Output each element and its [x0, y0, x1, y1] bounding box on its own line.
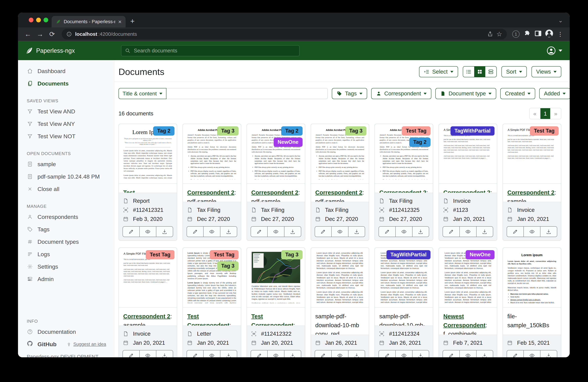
download-button[interactable] — [284, 350, 301, 357]
tag-badge[interactable]: Test Tag — [530, 126, 559, 136]
document-card[interactable]: Lorem Ipsum is simply dummy text of the … — [183, 247, 241, 357]
document-thumbnail[interactable]: Adobe Acrobat PDF FilesAdobe® Portable D… — [247, 124, 305, 184]
document-thumbnail[interactable]: Lorem ipsum dolor sit amet, consectetur … — [375, 248, 433, 308]
download-button[interactable] — [413, 350, 429, 357]
document-card[interactable]: Lorem ipsum dolor sit amet, consectetur … — [375, 247, 433, 357]
browser-tab[interactable]: Documents - Paperless-ngx × — [52, 16, 126, 27]
edit-button[interactable] — [123, 350, 140, 357]
preview-button[interactable] — [460, 227, 477, 237]
preview-button[interactable] — [332, 227, 348, 237]
forward-icon[interactable]: → — [35, 30, 45, 38]
tag-badge[interactable]: Tag 3 — [281, 250, 303, 259]
sidebar-item-documents[interactable]: Documents — [27, 77, 107, 90]
document-thumbnail[interactable]: Lorem ipsum dolor sit amet, consectetur … — [311, 248, 369, 308]
close-window-button[interactable] — [29, 18, 33, 22]
edit-button[interactable] — [251, 227, 268, 237]
preview-button[interactable] — [268, 350, 284, 357]
sidebar-item-admin[interactable]: Admin — [27, 273, 107, 285]
tag-badge[interactable]: Test Tag — [210, 250, 238, 259]
tab-search-chevron-icon[interactable]: ⌄ — [558, 17, 563, 24]
asn-row[interactable]: #112412321 — [123, 205, 173, 215]
title-content-dropdown[interactable]: Title & content — [119, 88, 167, 99]
sidebar-close-all[interactable]: Close all — [27, 183, 107, 195]
download-button[interactable] — [156, 227, 173, 237]
sort-button[interactable]: Sort — [502, 66, 527, 77]
document-type-row[interactable]: Tax Filing — [378, 196, 429, 205]
sidebar-item-dashboard[interactable]: Dashboard — [27, 65, 107, 77]
edit-button[interactable] — [379, 350, 396, 357]
side-panel-icon[interactable] — [533, 31, 543, 38]
tag-badge[interactable]: NewOne — [466, 250, 495, 259]
tag-badge[interactable]: Tag 3 — [217, 126, 238, 136]
document-type-row[interactable]: Tax Filing — [187, 205, 237, 215]
correspondent-link[interactable]: Correspondent 2 — [123, 313, 170, 320]
sidebar-item-logs[interactable]: Logs — [27, 248, 107, 260]
document-thumbnail[interactable]: A Simple PDF FileThis is a small demonst… — [503, 124, 561, 184]
correspondent-link[interactable]: Test Correspondent — [251, 313, 294, 325]
correspondent-link[interactable]: Test Correspondent — [123, 189, 166, 193]
preview-button[interactable] — [268, 227, 284, 237]
correspondent-link[interactable]: Newest Correspondent — [443, 313, 485, 328]
extensions-puzzle-icon[interactable] — [522, 30, 532, 38]
document-card[interactable]: A Simple PDF FileThis is a small demonst… — [503, 124, 561, 241]
search-input[interactable] — [133, 48, 295, 54]
document-type-row[interactable]: Invoice — [123, 329, 173, 338]
sidebar-item-correspondents[interactable]: Correspondents — [27, 211, 107, 223]
document-card[interactable]: Lorem Ipsum"Neque porro quisquam est qui… — [119, 124, 177, 241]
password-extension-icon[interactable]: 1 — [511, 30, 521, 38]
edit-button[interactable] — [443, 227, 460, 237]
tag-badge[interactable]: Tag 2 — [281, 126, 303, 136]
document-card[interactable]: A Simple PDF FileThis is a small demonst… — [119, 247, 177, 357]
edit-button[interactable] — [507, 227, 524, 237]
sidebar-item-documentation[interactable]: Documentation — [27, 325, 107, 338]
correspondent-link[interactable]: Test Correspondent — [187, 313, 230, 325]
document-thumbnail[interactable]: Lorem ipsum dolor sit amet, consectetur … — [439, 248, 497, 308]
preview-button[interactable] — [396, 227, 413, 237]
document-type-row[interactable]: Report — [123, 196, 173, 205]
address-bar[interactable]: localhost:4200/documents ☆ — [62, 29, 507, 40]
download-button[interactable] — [540, 227, 557, 237]
document-thumbnail[interactable]: A Simple PDF FileThis is a small demonst… — [439, 124, 497, 184]
correspondent-link[interactable]: Correspondent 2 — [187, 189, 234, 196]
edit-button[interactable] — [315, 227, 332, 237]
edit-button[interactable] — [187, 350, 204, 357]
maximize-window-button[interactable] — [43, 18, 48, 22]
document-card[interactable]: Adobe Acrobat PDF FilesAdobe® Portable D… — [311, 124, 369, 241]
sidebar-item-document-types[interactable]: Document types — [27, 236, 107, 248]
user-menu[interactable] — [546, 46, 562, 55]
edit-button[interactable] — [315, 350, 332, 357]
new-tab-button[interactable]: + — [130, 17, 135, 25]
document-type-row[interactable]: Invoice — [442, 196, 493, 205]
edit-button[interactable] — [507, 350, 524, 357]
document-card[interactable]: Lorem ipsumLorem ipsum dolor sit amet, c… — [503, 247, 561, 357]
preview-button[interactable] — [204, 227, 220, 237]
tab-close-icon[interactable]: × — [118, 19, 122, 24]
next-page-button[interactable]: » — [550, 108, 561, 119]
asn-row[interactable]: #112412325 — [378, 205, 429, 215]
document-thumbnail[interactable]: Lorem Ipsum is simply dummy text of the … — [183, 248, 241, 308]
document-thumbnail[interactable]: Adobe Acrobat PDF FilesAdobe® Portable D… — [311, 124, 369, 184]
document-card[interactable]: Adobe Acrobat PDF FilesAdobe® Portable D… — [247, 124, 305, 241]
sidebar-open-doc-sample[interactable]: sample — [27, 158, 107, 170]
document-type-filter-button[interactable]: Document type — [435, 88, 496, 99]
tag-badge[interactable]: Tag 3 — [345, 126, 367, 136]
suggest-idea-link[interactable]: Suggest an idea — [66, 342, 106, 347]
list-view-button[interactable] — [463, 66, 474, 77]
correspondent-link[interactable]: Correspondent 2 — [315, 189, 362, 196]
preview-button[interactable] — [140, 227, 156, 237]
download-button[interactable] — [220, 227, 237, 237]
sidebar-open-doc-pdf-sample[interactable]: pdf-sample 10.24.48 PM — [27, 170, 107, 183]
edit-button[interactable] — [251, 350, 268, 357]
tag-badge[interactable]: Tag 3 — [217, 261, 238, 271]
filter-query-input[interactable] — [167, 88, 328, 99]
preview-button[interactable] — [204, 350, 220, 357]
tag-badge[interactable]: Tag 2 — [153, 126, 174, 136]
select-button[interactable]: Select — [419, 66, 458, 77]
back-icon[interactable]: ← — [23, 30, 33, 38]
document-card[interactable]: Lorem ipsum dolor sit amet, consectetur … — [439, 247, 497, 357]
document-thumbnail[interactable]: Lorem Ipsum"Neque porro quisquam est qui… — [119, 124, 177, 184]
global-search[interactable] — [121, 45, 299, 56]
download-button[interactable] — [477, 350, 493, 357]
download-button[interactable] — [477, 227, 493, 237]
tag-badge[interactable]: Test Tag — [146, 250, 174, 259]
